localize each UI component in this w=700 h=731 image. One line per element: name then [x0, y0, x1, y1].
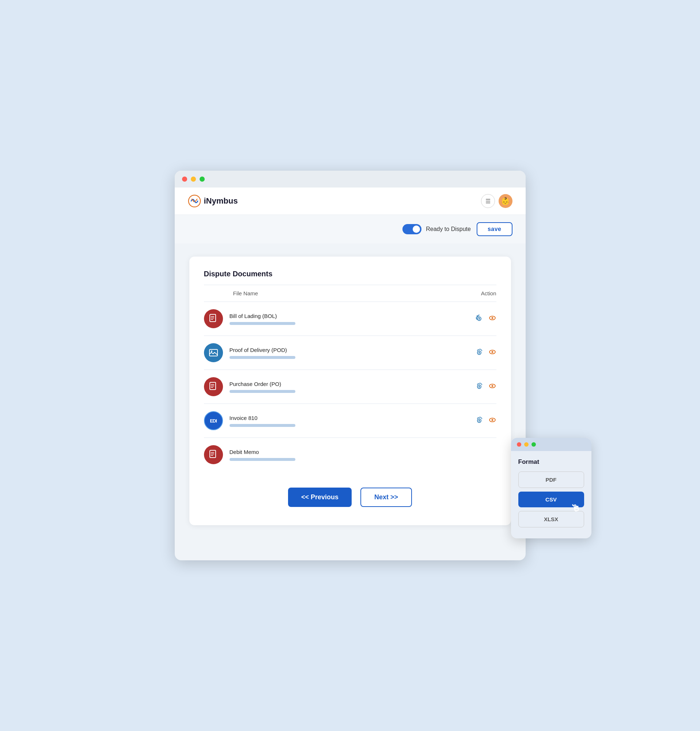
logo: iNymbus — [188, 194, 238, 208]
format-csv-button[interactable]: CSV 🖱 — [518, 492, 584, 507]
section-title: Dispute Documents — [204, 270, 496, 278]
popup-titlebar — [511, 438, 591, 451]
format-title: Format — [518, 458, 584, 466]
hamburger-icon: ☰ — [486, 198, 490, 205]
doc-icon-pdf-1 — [204, 309, 223, 328]
download-icon-2[interactable] — [475, 348, 483, 358]
toggle-label: Ready to Dispute — [426, 226, 471, 232]
col-filename-header: File Name — [233, 290, 460, 297]
table-row: Purchase Order (PO) — [204, 370, 496, 404]
toggle-row: Ready to Dispute — [402, 224, 471, 234]
doc-name-1: Bill of Lading (BOL) — [230, 313, 453, 319]
doc-info-2: Proof of Delivery (POD) — [230, 347, 453, 359]
download-icon-4[interactable] — [475, 416, 483, 426]
svg-point-7 — [491, 317, 493, 319]
pdf-icon-3 — [208, 382, 219, 392]
avatar-icon: 👶 — [501, 197, 510, 206]
view-icon-1[interactable] — [488, 314, 496, 324]
doc-bar-4 — [230, 424, 295, 427]
svg-point-22 — [491, 419, 493, 421]
next-button[interactable]: Next >> — [360, 487, 412, 507]
menu-button[interactable]: ☰ — [481, 194, 495, 208]
download-icon-3[interactable] — [475, 382, 483, 392]
ready-to-dispute-toggle[interactable] — [402, 224, 421, 234]
table-header: File Name Action — [204, 285, 496, 302]
doc-icon-image — [204, 343, 223, 362]
app-header: iNymbus ☰ 👶 — [175, 188, 525, 215]
doc-info-4: Invoice 810 — [230, 415, 453, 427]
cursor-icon: 🖱 — [570, 502, 581, 515]
main-content: Dispute Documents File Name Action Bill … — [175, 244, 525, 539]
subheader: Ready to Dispute save — [175, 215, 525, 244]
doc-name-2: Proof of Delivery (POD) — [230, 347, 453, 353]
popup-content: Format PDF CSV 🖱 XLSX — [511, 451, 591, 527]
save-button[interactable]: save — [477, 222, 512, 236]
titlebar — [175, 171, 525, 188]
pdf-icon-5 — [208, 449, 219, 460]
popup-close[interactable] — [517, 442, 521, 447]
doc-actions-3 — [460, 382, 496, 392]
app-name: iNymbus — [204, 196, 238, 206]
table-row: Proof of Delivery (POD) — [204, 336, 496, 370]
doc-info-5: Debit Memo — [230, 449, 453, 461]
maximize-button[interactable] — [200, 176, 205, 182]
doc-icon-pdf-5 — [204, 445, 223, 464]
doc-bar-1 — [230, 322, 295, 325]
doc-info-1: Bill of Lading (BOL) — [230, 313, 453, 325]
doc-bar-5 — [230, 458, 295, 461]
svg-point-9 — [211, 351, 212, 352]
doc-icon-edi: EDI — [204, 411, 223, 430]
doc-info-3: Purchase Order (PO) — [230, 381, 453, 393]
col-action-header: Action — [460, 290, 496, 297]
table-row: EDI Invoice 810 — [204, 404, 496, 438]
doc-actions-2 — [460, 348, 496, 358]
header-controls: ☰ 👶 — [481, 194, 512, 208]
doc-name-3: Purchase Order (PO) — [230, 381, 453, 387]
doc-name-4: Invoice 810 — [230, 415, 453, 421]
popup-maximize[interactable] — [531, 442, 536, 447]
svg-point-19 — [491, 385, 493, 387]
popup-minimize[interactable] — [524, 442, 528, 447]
format-pdf-button[interactable]: PDF — [518, 471, 584, 488]
image-icon — [208, 348, 219, 358]
close-button[interactable] — [182, 176, 187, 182]
doc-actions-1 — [460, 314, 496, 324]
table-row: Bill of Lading (BOL) — [204, 302, 496, 336]
view-icon-2[interactable] — [488, 348, 496, 358]
minimize-button[interactable] — [191, 176, 196, 182]
doc-bar-3 — [230, 390, 295, 393]
svg-point-12 — [491, 351, 493, 353]
view-icon-4[interactable] — [488, 416, 496, 426]
table-row: Debit Memo — [204, 438, 496, 471]
navigation-buttons: << Previous Next >> — [204, 487, 496, 507]
doc-name-5: Debit Memo — [230, 449, 453, 455]
avatar[interactable]: 👶 — [499, 194, 512, 208]
download-icon-1[interactable] — [475, 314, 483, 324]
browser-window: iNymbus ☰ 👶 Ready to Dispute save Disput… — [175, 171, 525, 560]
format-popup: Format PDF CSV 🖱 XLSX — [511, 438, 591, 539]
doc-actions-4 — [460, 416, 496, 426]
doc-icon-pdf-3 — [204, 377, 223, 396]
logo-icon — [188, 194, 201, 208]
documents-card: Dispute Documents File Name Action Bill … — [189, 257, 511, 525]
doc-bar-2 — [230, 356, 295, 359]
pdf-icon-1 — [208, 314, 219, 324]
previous-button[interactable]: << Previous — [288, 487, 352, 507]
view-icon-3[interactable] — [488, 382, 496, 392]
